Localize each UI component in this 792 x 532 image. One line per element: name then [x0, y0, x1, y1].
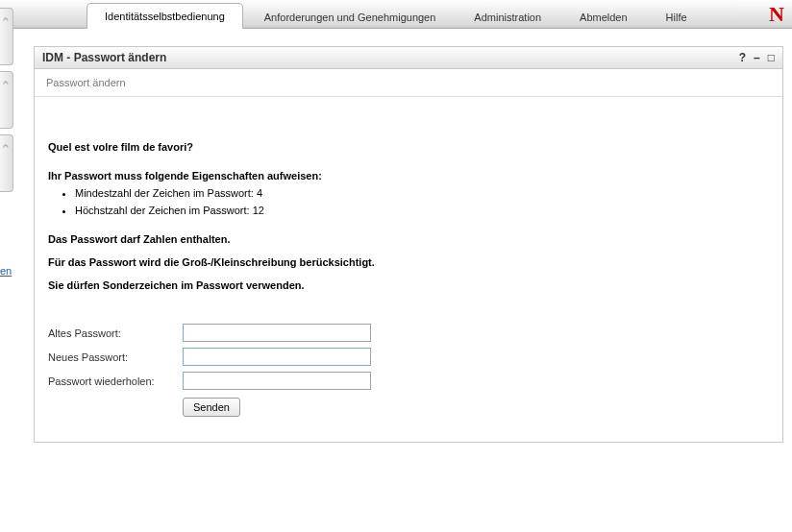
help-icon[interactable]: ? — [739, 51, 746, 64]
sidebar-handle-1[interactable]: ︽ — [0, 8, 13, 65]
sidebar-handle-3[interactable]: ︽ — [0, 134, 13, 192]
collapsed-sidebar-handles: ︽ ︽ ︽ — [0, 8, 17, 198]
chevron-up-icon: ︽ — [3, 139, 11, 149]
rule-item: Höchstzahl der Zeichen im Passwort: 12 — [75, 205, 769, 216]
rule-case-sensitive: Für das Passwort wird die Groß-/Kleinsch… — [48, 256, 769, 268]
panel-body: Quel est volre film de favori? Ihr Passw… — [35, 97, 782, 442]
panel-title-text: IDM - Passwort ändern — [42, 51, 166, 64]
panel-titlebar: IDM - Passwort ändern ? – □ — [35, 47, 782, 69]
top-tab-bar: Identitätsselbstbedienung Anforderungen … — [0, 0, 792, 29]
repeat-password-label: Passwort wiederholen: — [48, 375, 183, 387]
new-password-label: Neues Passwort: — [48, 351, 183, 363]
minimize-icon[interactable]: – — [754, 51, 760, 64]
submit-button[interactable]: Senden — [183, 398, 240, 417]
maximize-icon[interactable]: □ — [768, 51, 775, 64]
chevron-up-icon: ︽ — [3, 12, 11, 22]
old-password-label: Altes Passwort: — [48, 327, 183, 339]
password-form: Altes Passwort: Neues Passwort: Passwort… — [48, 324, 769, 417]
tab-identity-self-service[interactable]: Identitätsselbstbedienung — [87, 3, 243, 29]
rule-item: Mindestzahl der Zeichen im Passwort: 4 — [75, 187, 769, 199]
old-password-input[interactable] — [183, 324, 371, 342]
tab-help[interactable]: Hilfe — [649, 5, 705, 29]
rules-list: Mindestzahl der Zeichen im Passwort: 4 H… — [75, 187, 769, 216]
tab-requests-approvals[interactable]: Anforderungen und Genehmigungen — [247, 5, 454, 29]
rule-numbers-allowed: Das Passwort darf Zahlen enthalten. — [48, 233, 769, 245]
truncated-link[interactable]: en — [0, 265, 12, 277]
sidebar-handle-2[interactable]: ︽ — [0, 71, 13, 129]
panel-subtitle: Passwort ändern — [35, 69, 782, 97]
rules-heading: Ihr Passwort muss folgende Eigenschaften… — [48, 170, 769, 181]
change-password-panel: IDM - Passwort ändern ? – □ Passwort änd… — [34, 46, 783, 443]
repeat-password-input[interactable] — [183, 372, 371, 390]
tab-administration[interactable]: Administration — [457, 5, 558, 29]
chevron-up-icon: ︽ — [3, 76, 11, 85]
new-password-input[interactable] — [183, 348, 371, 366]
rule-special-chars: Sie dürfen Sonderzeichen im Passwort ver… — [48, 279, 769, 291]
challenge-question: Quel est volre film de favori? — [48, 141, 769, 153]
novell-logo: N — [769, 2, 784, 27]
tab-logout[interactable]: Abmelden — [562, 5, 645, 29]
